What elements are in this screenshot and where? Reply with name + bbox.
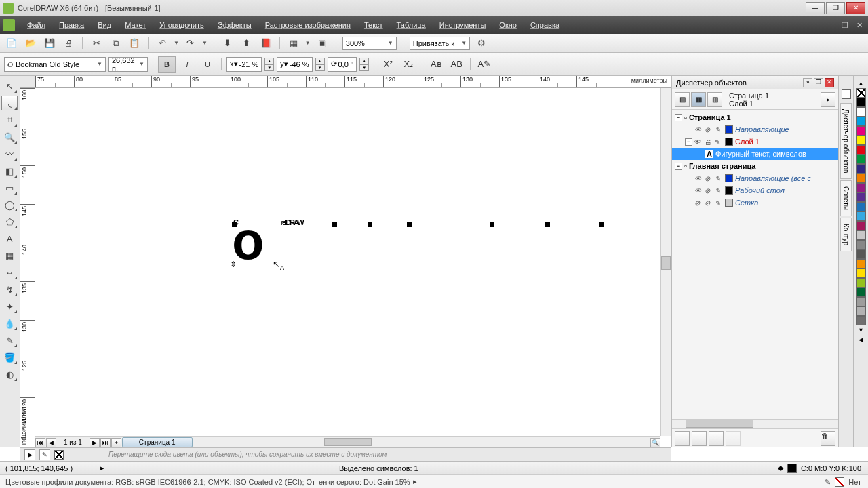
- last-page-button[interactable]: ⏭: [100, 438, 111, 447]
- outline-tool[interactable]: ✎: [1, 333, 18, 348]
- object-tree[interactable]: − ▫ Страница 1 👁 ⊘ ✎ Направляющие − 👁 🖨 …: [672, 110, 838, 419]
- color-swatch[interactable]: [856, 259, 866, 268]
- vshift-spinner[interactable]: ▲▼: [315, 58, 325, 71]
- rectangle-tool[interactable]: ▭: [1, 180, 18, 195]
- menu-help[interactable]: Справка: [524, 21, 566, 29]
- color-swatch[interactable]: [856, 278, 866, 287]
- scrollbar-thumb[interactable]: [324, 438, 372, 446]
- color-swatch[interactable]: [856, 155, 866, 164]
- printable-icon[interactable]: ⊘: [705, 187, 713, 195]
- docker-tab-outline[interactable]: Контур: [840, 218, 852, 251]
- welcome-button[interactable]: ▣: [315, 36, 330, 51]
- menu-layout[interactable]: Макет: [118, 21, 153, 29]
- publish-pdf-button[interactable]: 📕: [258, 36, 273, 51]
- edit-across-layers-button[interactable]: ▥: [707, 92, 722, 107]
- minimize-button[interactable]: —: [806, 2, 825, 14]
- selection-handle[interactable]: [332, 222, 337, 227]
- menu-arrange[interactable]: Упорядочить: [153, 21, 210, 29]
- app-launcher-button[interactable]: ▦: [286, 36, 301, 51]
- visibility-icon[interactable]: 👁: [694, 175, 703, 182]
- all-caps-button[interactable]: AB: [448, 56, 465, 73]
- layer-color-swatch[interactable]: [725, 125, 733, 134]
- profiles-flyout-icon[interactable]: ▸: [413, 477, 417, 486]
- selection-handle[interactable]: [232, 222, 237, 227]
- coord-flyout-icon[interactable]: ▸: [100, 464, 104, 472]
- tree-object-node-selected[interactable]: A Фигурный текст, символов: [672, 148, 838, 160]
- eyedropper-icon[interactable]: ✎: [39, 449, 50, 460]
- docker-flyout-button[interactable]: ▸: [821, 92, 835, 107]
- outline-pen-icon[interactable]: ✎: [825, 478, 831, 487]
- new-button[interactable]: 📄: [4, 36, 19, 51]
- menu-bitmaps[interactable]: Растровые изображения: [258, 21, 357, 29]
- color-swatch[interactable]: [856, 268, 866, 278]
- zoom-tool[interactable]: 🔍: [1, 129, 18, 144]
- printable-icon[interactable]: ⊘: [705, 126, 713, 134]
- export-button[interactable]: ⬆: [239, 36, 254, 51]
- layer-color-swatch[interactable]: [725, 199, 733, 207]
- ellipse-tool[interactable]: ◯: [1, 197, 18, 212]
- menu-edit[interactable]: Правка: [52, 21, 91, 29]
- italic-button[interactable]: I: [178, 56, 196, 73]
- palette-scroll-up[interactable]: ▲: [858, 79, 864, 88]
- printable-icon[interactable]: ⊘: [705, 175, 713, 182]
- connector-tool[interactable]: ↯: [1, 282, 18, 297]
- printable-icon[interactable]: ⊘: [705, 199, 713, 207]
- layer-color-swatch[interactable]: [725, 138, 733, 146]
- color-swatch[interactable]: [856, 211, 866, 221]
- editable-icon[interactable]: ✎: [715, 126, 723, 134]
- color-swatch[interactable]: [856, 164, 866, 174]
- close-button[interactable]: ✕: [846, 2, 865, 14]
- menu-window[interactable]: Окно: [492, 21, 524, 29]
- cut-button[interactable]: ✂: [89, 36, 104, 51]
- horizontal-ruler[interactable]: 75 80 85 90 95 100 105 110 115 120 125 1…: [35, 76, 671, 88]
- color-swatch[interactable]: [856, 174, 866, 183]
- crop-tool[interactable]: ⌗: [1, 113, 18, 127]
- color-swatch[interactable]: [856, 107, 866, 117]
- polygon-tool[interactable]: ⬠: [1, 214, 18, 229]
- visibility-icon[interactable]: 👁: [694, 187, 703, 195]
- color-swatch[interactable]: [856, 287, 866, 297]
- undo-button[interactable]: ↶: [155, 36, 170, 51]
- palette-prev-button[interactable]: ▶: [24, 449, 35, 460]
- shape-tool[interactable]: ◟: [1, 96, 18, 110]
- no-color-swatch[interactable]: [856, 88, 866, 98]
- color-swatch[interactable]: [856, 240, 866, 249]
- selection-handle[interactable]: [368, 222, 372, 227]
- show-properties-button[interactable]: ▦: [691, 92, 706, 107]
- open-button[interactable]: 📂: [23, 36, 38, 51]
- menu-file[interactable]: Файл: [20, 21, 52, 29]
- rotation-field[interactable]: ⟳ 0,0 °: [328, 57, 357, 72]
- layer-color-swatch[interactable]: [725, 186, 733, 195]
- snap-to-select[interactable]: Привязать к ▼: [410, 37, 470, 50]
- table-tool[interactable]: ▦: [1, 248, 18, 263]
- no-outline-swatch[interactable]: [835, 477, 844, 487]
- fill-color-swatch[interactable]: [787, 464, 797, 473]
- fill-tool[interactable]: 🪣: [1, 350, 18, 365]
- menu-table[interactable]: Таблица: [390, 21, 433, 29]
- tree-layer-node[interactable]: − 👁 🖨 ✎ Слой 1: [672, 136, 838, 148]
- vertical-shift-field[interactable]: y▾ -46 %: [277, 57, 312, 72]
- selection-handle[interactable]: [545, 222, 550, 227]
- smart-fill-tool[interactable]: ◧: [1, 163, 18, 178]
- superscript-button[interactable]: X²: [379, 56, 397, 73]
- ruler-origin[interactable]: [20, 76, 35, 88]
- color-swatch[interactable]: [856, 98, 866, 107]
- color-swatch[interactable]: [856, 202, 866, 211]
- color-swatch[interactable]: [856, 297, 866, 306]
- delete-button[interactable]: 🗑: [821, 431, 835, 446]
- tree-master-page-node[interactable]: − ▫ Главная страница: [672, 160, 838, 172]
- doc-minimize-button[interactable]: —: [823, 21, 836, 30]
- docker-undock-button[interactable]: ❐: [814, 78, 823, 87]
- selection-handle[interactable]: [407, 222, 412, 227]
- hshift-spinner[interactable]: ▲▼: [264, 58, 274, 71]
- text-properties-button[interactable]: A✎: [475, 56, 493, 73]
- menu-text[interactable]: Текст: [357, 21, 390, 29]
- small-caps-button[interactable]: Aʙ: [427, 56, 445, 73]
- docker-expand-button[interactable]: »: [803, 78, 812, 87]
- artistic-text-object[interactable]: CorelDRAW: [233, 169, 303, 239]
- new-layer-button[interactable]: [675, 431, 690, 446]
- save-button[interactable]: 💾: [42, 36, 57, 51]
- zoom-page-button[interactable]: 🔍: [650, 438, 660, 447]
- selection-handle[interactable]: [490, 222, 494, 227]
- vertical-ruler[interactable]: 160 155 150 145 140 135 130 125 120 милл…: [20, 88, 35, 447]
